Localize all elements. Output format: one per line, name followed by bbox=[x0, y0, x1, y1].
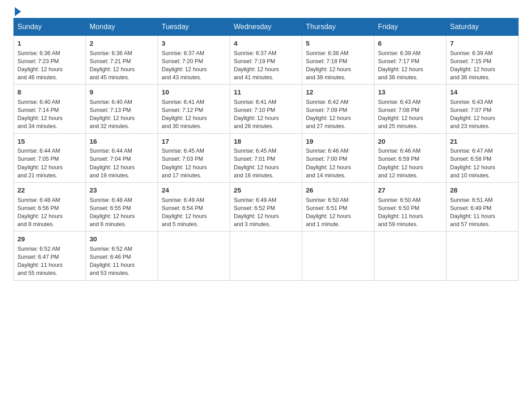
day-info: Sunrise: 6:44 AM Sunset: 7:04 PM Dayligh… bbox=[90, 147, 154, 180]
day-number: 18 bbox=[234, 137, 298, 146]
day-info: Sunrise: 6:47 AM Sunset: 6:58 PM Dayligh… bbox=[450, 147, 515, 180]
day-number: 21 bbox=[450, 137, 515, 146]
calendar-cell: 26 Sunrise: 6:50 AM Sunset: 6:51 PM Dayl… bbox=[302, 182, 374, 231]
day-number: 12 bbox=[306, 87, 370, 97]
calendar-cell: 23 Sunrise: 6:48 AM Sunset: 6:55 PM Dayl… bbox=[86, 182, 158, 231]
day-info: Sunrise: 6:36 AM Sunset: 7:21 PM Dayligh… bbox=[90, 49, 154, 82]
day-info: Sunrise: 6:50 AM Sunset: 6:50 PM Dayligh… bbox=[378, 196, 442, 229]
calendar-table: SundayMondayTuesdayWednesdayThursdayFrid… bbox=[13, 18, 519, 281]
calendar-cell: 5 Sunrise: 6:38 AM Sunset: 7:18 PM Dayli… bbox=[302, 36, 374, 85]
logo bbox=[13, 9, 21, 13]
calendar-cell bbox=[446, 231, 519, 281]
day-number: 29 bbox=[17, 234, 82, 244]
calendar-cell: 27 Sunrise: 6:50 AM Sunset: 6:50 PM Dayl… bbox=[374, 182, 446, 231]
day-info: Sunrise: 6:46 AM Sunset: 7:00 PM Dayligh… bbox=[306, 147, 370, 180]
calendar-cell: 24 Sunrise: 6:49 AM Sunset: 6:54 PM Dayl… bbox=[158, 182, 230, 231]
day-info: Sunrise: 6:39 AM Sunset: 7:17 PM Dayligh… bbox=[378, 49, 442, 82]
calendar-cell: 1 Sunrise: 6:36 AM Sunset: 7:23 PM Dayli… bbox=[14, 36, 86, 85]
calendar-cell bbox=[374, 231, 446, 281]
day-info: Sunrise: 6:46 AM Sunset: 6:59 PM Dayligh… bbox=[378, 147, 442, 180]
calendar-cell: 21 Sunrise: 6:47 AM Sunset: 6:58 PM Dayl… bbox=[446, 133, 519, 182]
day-number: 17 bbox=[162, 137, 226, 146]
calendar-cell: 4 Sunrise: 6:37 AM Sunset: 7:19 PM Dayli… bbox=[230, 36, 302, 85]
day-info: Sunrise: 6:43 AM Sunset: 7:08 PM Dayligh… bbox=[378, 98, 442, 131]
day-info: Sunrise: 6:45 AM Sunset: 7:03 PM Dayligh… bbox=[162, 147, 226, 180]
day-info: Sunrise: 6:49 AM Sunset: 6:52 PM Dayligh… bbox=[234, 196, 298, 229]
day-number: 11 bbox=[234, 87, 298, 97]
calendar-cell: 28 Sunrise: 6:51 AM Sunset: 6:49 PM Dayl… bbox=[446, 182, 519, 231]
calendar-header-row: SundayMondayTuesdayWednesdayThursdayFrid… bbox=[14, 18, 519, 36]
day-number: 4 bbox=[234, 39, 298, 48]
day-number: 5 bbox=[306, 39, 370, 48]
day-number: 26 bbox=[306, 185, 370, 195]
day-info: Sunrise: 6:49 AM Sunset: 6:54 PM Dayligh… bbox=[162, 196, 226, 229]
day-info: Sunrise: 6:51 AM Sunset: 6:49 PM Dayligh… bbox=[450, 196, 515, 229]
day-info: Sunrise: 6:41 AM Sunset: 7:12 PM Dayligh… bbox=[162, 98, 226, 131]
column-header-sunday: Sunday bbox=[14, 18, 86, 36]
calendar-cell: 7 Sunrise: 6:39 AM Sunset: 7:15 PM Dayli… bbox=[446, 36, 519, 85]
calendar-cell: 25 Sunrise: 6:49 AM Sunset: 6:52 PM Dayl… bbox=[230, 182, 302, 231]
calendar-cell: 17 Sunrise: 6:45 AM Sunset: 7:03 PM Dayl… bbox=[158, 133, 230, 182]
day-info: Sunrise: 6:41 AM Sunset: 7:10 PM Dayligh… bbox=[234, 98, 298, 131]
day-info: Sunrise: 6:52 AM Sunset: 6:46 PM Dayligh… bbox=[90, 245, 154, 278]
calendar-cell: 30 Sunrise: 6:52 AM Sunset: 6:46 PM Dayl… bbox=[86, 231, 158, 281]
day-info: Sunrise: 6:52 AM Sunset: 6:47 PM Dayligh… bbox=[17, 245, 82, 278]
calendar-week-row: 29 Sunrise: 6:52 AM Sunset: 6:47 PM Dayl… bbox=[14, 231, 519, 281]
day-info: Sunrise: 6:50 AM Sunset: 6:51 PM Dayligh… bbox=[306, 196, 370, 229]
column-header-monday: Monday bbox=[86, 18, 158, 36]
calendar-week-row: 1 Sunrise: 6:36 AM Sunset: 7:23 PM Dayli… bbox=[14, 36, 519, 85]
day-info: Sunrise: 6:44 AM Sunset: 7:05 PM Dayligh… bbox=[17, 147, 82, 180]
day-number: 14 bbox=[450, 87, 515, 97]
day-number: 19 bbox=[306, 137, 370, 146]
day-info: Sunrise: 6:45 AM Sunset: 7:01 PM Dayligh… bbox=[234, 147, 298, 180]
day-info: Sunrise: 6:43 AM Sunset: 7:07 PM Dayligh… bbox=[450, 98, 515, 131]
day-number: 9 bbox=[90, 87, 154, 97]
day-number: 30 bbox=[90, 234, 154, 244]
column-header-tuesday: Tuesday bbox=[158, 18, 230, 36]
calendar-cell: 22 Sunrise: 6:48 AM Sunset: 6:56 PM Dayl… bbox=[14, 182, 86, 231]
calendar-cell: 15 Sunrise: 6:44 AM Sunset: 7:05 PM Dayl… bbox=[14, 133, 86, 182]
day-info: Sunrise: 6:48 AM Sunset: 6:55 PM Dayligh… bbox=[90, 196, 154, 229]
calendar-cell bbox=[230, 231, 302, 281]
calendar-cell: 11 Sunrise: 6:41 AM Sunset: 7:10 PM Dayl… bbox=[230, 85, 302, 133]
calendar-cell: 6 Sunrise: 6:39 AM Sunset: 7:17 PM Dayli… bbox=[374, 36, 446, 85]
calendar-cell: 8 Sunrise: 6:40 AM Sunset: 7:14 PM Dayli… bbox=[14, 85, 86, 133]
calendar-cell: 13 Sunrise: 6:43 AM Sunset: 7:08 PM Dayl… bbox=[374, 85, 446, 133]
calendar-cell: 16 Sunrise: 6:44 AM Sunset: 7:04 PM Dayl… bbox=[86, 133, 158, 182]
calendar-cell: 3 Sunrise: 6:37 AM Sunset: 7:20 PM Dayli… bbox=[158, 36, 230, 85]
page-header bbox=[13, 9, 519, 13]
day-number: 2 bbox=[90, 39, 154, 48]
day-info: Sunrise: 6:37 AM Sunset: 7:20 PM Dayligh… bbox=[162, 49, 226, 82]
day-number: 16 bbox=[90, 137, 154, 146]
day-info: Sunrise: 6:39 AM Sunset: 7:15 PM Dayligh… bbox=[450, 49, 515, 82]
calendar-cell: 19 Sunrise: 6:46 AM Sunset: 7:00 PM Dayl… bbox=[302, 133, 374, 182]
day-info: Sunrise: 6:36 AM Sunset: 7:23 PM Dayligh… bbox=[17, 49, 82, 82]
day-number: 22 bbox=[17, 185, 82, 195]
day-number: 20 bbox=[378, 137, 442, 146]
day-info: Sunrise: 6:42 AM Sunset: 7:09 PM Dayligh… bbox=[306, 98, 370, 131]
day-info: Sunrise: 6:40 AM Sunset: 7:14 PM Dayligh… bbox=[17, 98, 82, 131]
day-info: Sunrise: 6:37 AM Sunset: 7:19 PM Dayligh… bbox=[234, 49, 298, 82]
column-header-wednesday: Wednesday bbox=[230, 18, 302, 36]
day-number: 6 bbox=[378, 39, 442, 48]
day-number: 1 bbox=[17, 39, 82, 48]
column-header-friday: Friday bbox=[374, 18, 446, 36]
day-number: 25 bbox=[234, 185, 298, 195]
calendar-cell: 14 Sunrise: 6:43 AM Sunset: 7:07 PM Dayl… bbox=[446, 85, 519, 133]
day-number: 3 bbox=[162, 39, 226, 48]
calendar-week-row: 15 Sunrise: 6:44 AM Sunset: 7:05 PM Dayl… bbox=[14, 133, 519, 182]
day-number: 28 bbox=[450, 185, 515, 195]
column-header-thursday: Thursday bbox=[302, 18, 374, 36]
day-info: Sunrise: 6:48 AM Sunset: 6:56 PM Dayligh… bbox=[17, 196, 82, 229]
calendar-cell: 29 Sunrise: 6:52 AM Sunset: 6:47 PM Dayl… bbox=[14, 231, 86, 281]
calendar-cell: 9 Sunrise: 6:40 AM Sunset: 7:13 PM Dayli… bbox=[86, 85, 158, 133]
calendar-cell: 20 Sunrise: 6:46 AM Sunset: 6:59 PM Dayl… bbox=[374, 133, 446, 182]
day-number: 15 bbox=[17, 137, 82, 146]
calendar-cell: 2 Sunrise: 6:36 AM Sunset: 7:21 PM Dayli… bbox=[86, 36, 158, 85]
day-number: 13 bbox=[378, 87, 442, 97]
calendar-week-row: 8 Sunrise: 6:40 AM Sunset: 7:14 PM Dayli… bbox=[14, 85, 519, 133]
column-header-saturday: Saturday bbox=[446, 18, 519, 36]
day-number: 7 bbox=[450, 39, 515, 48]
day-number: 8 bbox=[17, 87, 82, 97]
day-number: 10 bbox=[162, 87, 226, 97]
